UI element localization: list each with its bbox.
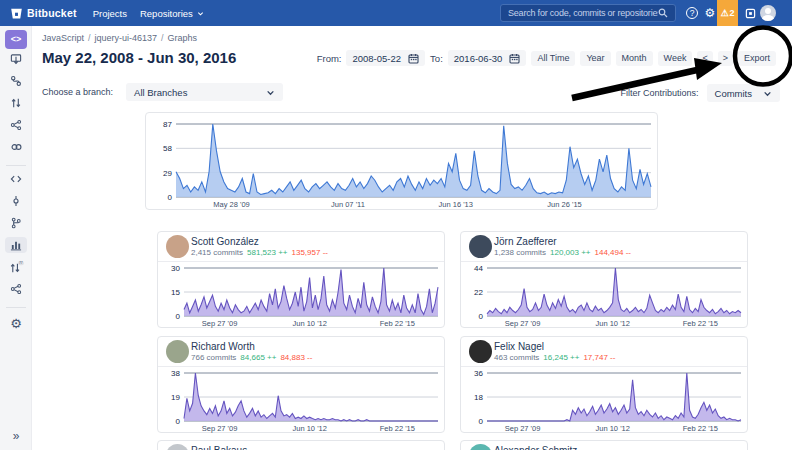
x-axis-label: Jun 10 '12 — [596, 319, 630, 328]
contributor-card: Richard Worth 766 commits 84,665 ++ 84,8… — [157, 336, 445, 433]
lines-removed: 17,747 -- — [583, 353, 615, 362]
sidebar-item-pipelines[interactable] — [0, 141, 32, 153]
sidebar-item-commits[interactable] — [0, 195, 32, 207]
x-axis-label: Sep 27 '09 — [202, 319, 238, 328]
settings-icon: ⚙ — [10, 317, 22, 330]
range-week-button[interactable]: Week — [658, 51, 693, 66]
help-icon: ? — [686, 7, 698, 19]
area-chart-felix — [487, 373, 741, 423]
lines-added: 120,003 ++ — [550, 248, 590, 257]
contributor-name[interactable]: Richard Worth — [191, 341, 255, 352]
lines-added: 16,245 ++ — [543, 353, 579, 362]
help-button[interactable]: ? — [684, 0, 700, 26]
sidebar-item-repo-avatar[interactable]: <> — [0, 30, 32, 49]
y-axis-label: 15 — [158, 288, 180, 297]
contributor-stats: 1,238 commits 120,003 ++ 144,494 -- — [494, 248, 631, 257]
x-axis-label: Jun 16 '13 — [439, 200, 473, 209]
sidebar-item-compare[interactable] — [0, 119, 32, 131]
y-axis-label: 30 — [158, 264, 180, 273]
area-chart-richard — [184, 373, 438, 423]
x-axis-label: Jun 07 '11 — [331, 200, 365, 209]
forks-icon — [10, 283, 22, 295]
sidebar-item-graphs[interactable] — [0, 237, 32, 253]
contributor-avatar — [469, 235, 492, 258]
y-axis-label: 18 — [461, 393, 483, 402]
chevron-down-icon — [197, 10, 204, 17]
settings-button[interactable]: ⚙ — [702, 0, 718, 26]
bitbucket-logo[interactable]: Bitbucket — [10, 7, 77, 20]
contributor-name[interactable]: Felix Nagel — [494, 341, 544, 352]
commit-count: 1,238 commits — [494, 248, 546, 257]
date-range-controls: From: 2008-05-22 To: 2016-06-30 All Time… — [317, 50, 776, 66]
range-month-button[interactable]: Month — [616, 51, 653, 66]
prev-period-button[interactable]: < — [697, 51, 712, 66]
sidebar-item-clone[interactable] — [0, 53, 32, 65]
y-axis-label: 38 — [158, 369, 180, 378]
breadcrumb-repo[interactable]: jquery-ui-46137 — [95, 33, 158, 43]
y-axis-label: 87 — [150, 120, 172, 129]
x-axis-label: Sep 27 '09 — [202, 424, 238, 433]
branch-label: Choose a branch: — [42, 87, 113, 97]
top-navigation-bar: Bitbucket Projects Repositories Search f… — [0, 0, 792, 26]
lines-removed: 135,957 -- — [292, 248, 328, 257]
range-year-button[interactable]: Year — [580, 51, 610, 66]
range-all-time-button[interactable]: All Time — [531, 51, 575, 66]
sidebar-item-pull-requests-badged[interactable]: 77 — [0, 261, 32, 274]
calendar-icon — [509, 53, 520, 64]
breadcrumb-project[interactable]: JavaScript — [42, 33, 84, 43]
user-avatar-icon — [760, 5, 776, 21]
calendar-icon — [408, 53, 419, 64]
contributor-avatar — [166, 340, 189, 363]
chevron-down-icon — [266, 88, 275, 97]
to-date-input[interactable]: 2016-06-30 — [448, 50, 527, 66]
breadcrumb-page[interactable]: Graphs — [168, 33, 198, 43]
sidebar-expand-button[interactable]: » — [0, 429, 32, 443]
contributor-avatar — [166, 444, 189, 450]
switcher-button[interactable] — [743, 0, 757, 26]
branch-select[interactable]: All Branches — [126, 83, 283, 101]
clone-icon — [10, 53, 22, 65]
alert-badge[interactable]: ⚠ 2 — [717, 0, 738, 26]
contributor-header: Paul Bakaus — [158, 441, 444, 450]
y-axis-label: 22 — [461, 288, 483, 297]
from-date-input[interactable]: 2008-05-22 — [346, 50, 425, 66]
y-axis-label: 0 — [158, 312, 180, 321]
user-avatar[interactable] — [759, 0, 776, 26]
y-axis-label: 19 — [158, 393, 180, 402]
contribution-filter: Filter Contributions: Commits — [620, 84, 780, 102]
sidebar-item-branches[interactable] — [0, 217, 32, 229]
menu-projects[interactable]: Projects — [93, 8, 127, 19]
area-chart-scott — [184, 268, 438, 318]
contribution-select[interactable]: Commits — [707, 84, 780, 102]
sidebar-divider — [6, 165, 26, 166]
contributor-name[interactable]: Jörn Zaefferer — [494, 236, 557, 247]
filter-label: Filter Contributions: — [620, 88, 698, 98]
bitbucket-logo-icon — [10, 7, 23, 20]
sidebar-item-settings[interactable]: ⚙ — [0, 317, 32, 330]
contributor-name[interactable]: Paul Bakaus — [191, 445, 247, 450]
x-axis-label: Feb 22 '15 — [683, 424, 718, 433]
breadcrumb: JavaScript/jquery-ui-46137/Graphs — [42, 33, 197, 43]
sidebar-item-forks[interactable] — [0, 283, 32, 295]
y-axis-label: 44 — [461, 264, 483, 273]
contributors-grid: Scott González 2,415 commits 581,523 ++ … — [157, 231, 748, 450]
sidebar-item-source[interactable] — [0, 173, 32, 185]
menu-repositories[interactable]: Repositories — [140, 8, 204, 19]
pipelines-icon — [10, 141, 23, 153]
lines-removed: 84,883 -- — [280, 353, 312, 362]
contributor-name[interactable]: Scott González — [191, 236, 259, 247]
contributor-card: Alexander Schmitz — [460, 440, 748, 450]
sidebar-item-pull-request[interactable] — [0, 97, 32, 109]
contributor-card: Scott González 2,415 commits 581,523 ++ … — [157, 231, 445, 328]
sidebar-divider — [6, 307, 26, 308]
search-input[interactable]: Search for code, commits or repositories… — [500, 4, 676, 22]
sidebar-item-commit-graph[interactable] — [0, 75, 32, 87]
x-axis-label: Jun 26 '15 — [547, 200, 581, 209]
brand-name: Bitbucket — [27, 7, 77, 19]
contributor-name[interactable]: Alexander Schmitz — [494, 445, 577, 450]
next-period-button[interactable]: > — [718, 51, 733, 66]
compare-icon — [10, 119, 22, 131]
contributor-header: Scott González 2,415 commits 581,523 ++ … — [158, 232, 444, 262]
export-button[interactable]: Export — [738, 51, 776, 66]
x-axis-label: Feb 22 '15 — [380, 424, 415, 433]
